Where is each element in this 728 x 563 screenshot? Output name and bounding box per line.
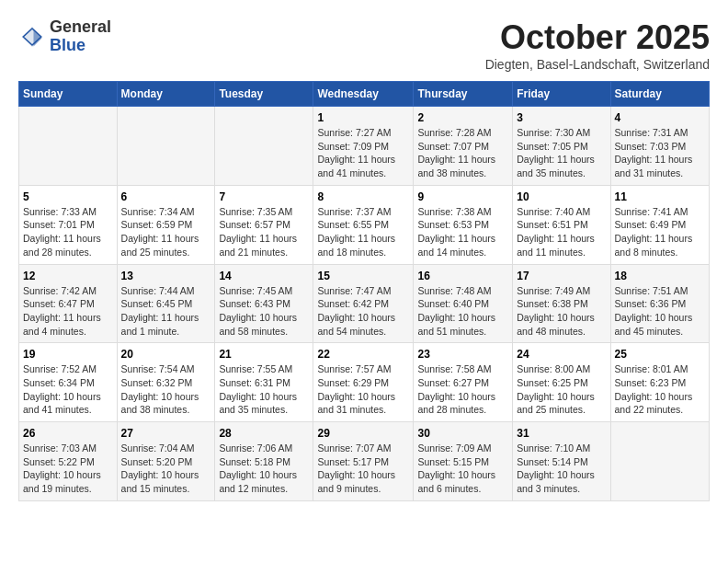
day-info: Sunrise: 7:52 AMSunset: 6:34 PMDaylight:… (23, 362, 113, 417)
day-info: Sunrise: 8:00 AMSunset: 6:25 PMDaylight:… (517, 362, 606, 417)
calendar-cell: 19Sunrise: 7:52 AMSunset: 6:34 PMDayligh… (19, 343, 118, 422)
day-info: Sunrise: 7:04 AMSunset: 5:20 PMDaylight:… (121, 442, 211, 496)
day-number: 19 (23, 348, 113, 361)
calendar-cell: 16Sunrise: 7:48 AMSunset: 6:40 PMDayligh… (414, 264, 513, 343)
calendar-cell: 8Sunrise: 7:37 AMSunset: 6:55 PMDaylight… (313, 185, 414, 264)
logo-text: General Blue (50, 18, 111, 55)
day-info: Sunrise: 7:06 AMSunset: 5:18 PMDaylight:… (219, 442, 309, 496)
calendar-cell (215, 107, 313, 186)
day-info: Sunrise: 7:34 AMSunset: 6:59 PMDaylight:… (121, 205, 211, 259)
day-number: 4 (615, 111, 705, 124)
day-info: Sunrise: 7:51 AMSunset: 6:36 PMDaylight:… (615, 284, 705, 339)
day-number: 20 (121, 348, 211, 361)
calendar-header-row: SundayMondayTuesdayWednesdayThursdayFrid… (19, 82, 710, 107)
day-number: 29 (317, 427, 409, 440)
calendar-dow-sunday: Sunday (19, 82, 118, 107)
calendar-cell (117, 107, 215, 186)
calendar-cell: 5Sunrise: 7:33 AMSunset: 7:01 PMDaylight… (19, 185, 118, 264)
calendar-cell: 29Sunrise: 7:07 AMSunset: 5:17 PMDayligh… (313, 422, 414, 501)
day-number: 16 (417, 270, 508, 282)
calendar-cell: 4Sunrise: 7:31 AMSunset: 7:03 PMDaylight… (610, 107, 709, 186)
day-info: Sunrise: 7:38 AMSunset: 6:53 PMDaylight:… (417, 205, 508, 259)
calendar-cell: 1Sunrise: 7:27 AMSunset: 7:09 PMDaylight… (313, 107, 414, 186)
day-number: 28 (219, 427, 309, 440)
calendar-dow-saturday: Saturday (610, 82, 709, 107)
day-info: Sunrise: 7:54 AMSunset: 6:32 PMDaylight:… (121, 362, 211, 417)
calendar-dow-thursday: Thursday (414, 82, 513, 107)
calendar-cell: 28Sunrise: 7:06 AMSunset: 5:18 PMDayligh… (215, 422, 313, 501)
calendar-cell: 25Sunrise: 8:01 AMSunset: 6:23 PMDayligh… (610, 343, 709, 422)
day-number: 22 (317, 348, 409, 361)
day-number: 27 (121, 427, 211, 440)
day-number: 24 (517, 348, 606, 361)
calendar-dow-tuesday: Tuesday (215, 82, 313, 107)
day-info: Sunrise: 7:09 AMSunset: 5:15 PMDaylight:… (417, 442, 508, 496)
day-number: 26 (23, 427, 113, 440)
logo-blue: Blue (50, 37, 111, 55)
calendar-cell: 30Sunrise: 7:09 AMSunset: 5:15 PMDayligh… (414, 422, 513, 501)
day-number: 8 (317, 190, 409, 203)
calendar-cell: 7Sunrise: 7:35 AMSunset: 6:57 PMDaylight… (215, 185, 313, 264)
calendar-week-row: 1Sunrise: 7:27 AMSunset: 7:09 PMDaylight… (19, 107, 710, 186)
day-number: 6 (121, 190, 211, 203)
logo-icon (18, 23, 46, 51)
day-number: 18 (615, 270, 705, 282)
calendar-cell: 17Sunrise: 7:49 AMSunset: 6:38 PMDayligh… (513, 264, 610, 343)
day-number: 25 (615, 348, 705, 361)
day-number: 23 (417, 348, 508, 361)
calendar-dow-monday: Monday (117, 82, 215, 107)
month-title: October 2025 (485, 18, 710, 57)
day-info: Sunrise: 7:44 AMSunset: 6:45 PMDaylight:… (121, 284, 211, 339)
logo-general: General (50, 18, 111, 37)
day-info: Sunrise: 7:10 AMSunset: 5:14 PMDaylight:… (517, 442, 606, 496)
page-header: General Blue October 2025 Diegten, Basel… (18, 18, 710, 72)
day-info: Sunrise: 7:28 AMSunset: 7:07 PMDaylight:… (417, 126, 508, 180)
day-info: Sunrise: 7:42 AMSunset: 6:47 PMDaylight:… (23, 284, 113, 339)
calendar-cell: 13Sunrise: 7:44 AMSunset: 6:45 PMDayligh… (117, 264, 215, 343)
day-info: Sunrise: 7:33 AMSunset: 7:01 PMDaylight:… (23, 205, 113, 259)
calendar-cell: 15Sunrise: 7:47 AMSunset: 6:42 PMDayligh… (313, 264, 414, 343)
calendar-cell: 23Sunrise: 7:58 AMSunset: 6:27 PMDayligh… (414, 343, 513, 422)
calendar-table: SundayMondayTuesdayWednesdayThursdayFrid… (18, 81, 710, 501)
day-number: 30 (417, 427, 508, 440)
calendar-cell: 2Sunrise: 7:28 AMSunset: 7:07 PMDaylight… (414, 107, 513, 186)
calendar-week-row: 19Sunrise: 7:52 AMSunset: 6:34 PMDayligh… (19, 343, 710, 422)
day-number: 11 (615, 190, 705, 203)
day-info: Sunrise: 7:35 AMSunset: 6:57 PMDaylight:… (219, 205, 309, 259)
day-number: 9 (417, 190, 508, 203)
title-block: October 2025 Diegten, Basel-Landschaft, … (485, 18, 710, 72)
day-info: Sunrise: 7:31 AMSunset: 7:03 PMDaylight:… (615, 126, 705, 180)
calendar-cell: 27Sunrise: 7:04 AMSunset: 5:20 PMDayligh… (117, 422, 215, 501)
calendar-cell: 24Sunrise: 8:00 AMSunset: 6:25 PMDayligh… (513, 343, 610, 422)
calendar-week-row: 5Sunrise: 7:33 AMSunset: 7:01 PMDaylight… (19, 185, 710, 264)
calendar-cell: 21Sunrise: 7:55 AMSunset: 6:31 PMDayligh… (215, 343, 313, 422)
day-info: Sunrise: 7:03 AMSunset: 5:22 PMDaylight:… (23, 442, 113, 496)
day-info: Sunrise: 7:57 AMSunset: 6:29 PMDaylight:… (317, 362, 409, 417)
calendar-cell (19, 107, 118, 186)
day-info: Sunrise: 7:58 AMSunset: 6:27 PMDaylight:… (417, 362, 508, 417)
calendar-cell: 3Sunrise: 7:30 AMSunset: 7:05 PMDaylight… (513, 107, 610, 186)
day-info: Sunrise: 7:45 AMSunset: 6:43 PMDaylight:… (219, 284, 309, 339)
day-number: 17 (517, 270, 606, 282)
day-info: Sunrise: 7:48 AMSunset: 6:40 PMDaylight:… (417, 284, 508, 339)
calendar-cell: 18Sunrise: 7:51 AMSunset: 6:36 PMDayligh… (610, 264, 709, 343)
day-number: 31 (517, 427, 606, 440)
day-number: 14 (219, 270, 309, 282)
day-number: 21 (219, 348, 309, 361)
calendar-cell (610, 422, 709, 501)
calendar-cell: 20Sunrise: 7:54 AMSunset: 6:32 PMDayligh… (117, 343, 215, 422)
calendar-cell: 6Sunrise: 7:34 AMSunset: 6:59 PMDaylight… (117, 185, 215, 264)
calendar-cell: 22Sunrise: 7:57 AMSunset: 6:29 PMDayligh… (313, 343, 414, 422)
day-info: Sunrise: 7:47 AMSunset: 6:42 PMDaylight:… (317, 284, 409, 339)
day-number: 13 (121, 270, 211, 282)
day-number: 2 (417, 111, 508, 124)
day-info: Sunrise: 7:55 AMSunset: 6:31 PMDaylight:… (219, 362, 309, 417)
day-number: 3 (517, 111, 606, 124)
calendar-dow-friday: Friday (513, 82, 610, 107)
day-number: 15 (317, 270, 409, 282)
day-number: 10 (517, 190, 606, 203)
day-info: Sunrise: 7:27 AMSunset: 7:09 PMDaylight:… (317, 126, 409, 180)
calendar-dow-wednesday: Wednesday (313, 82, 414, 107)
day-info: Sunrise: 7:07 AMSunset: 5:17 PMDaylight:… (317, 442, 409, 496)
day-info: Sunrise: 7:40 AMSunset: 6:51 PMDaylight:… (517, 205, 606, 259)
